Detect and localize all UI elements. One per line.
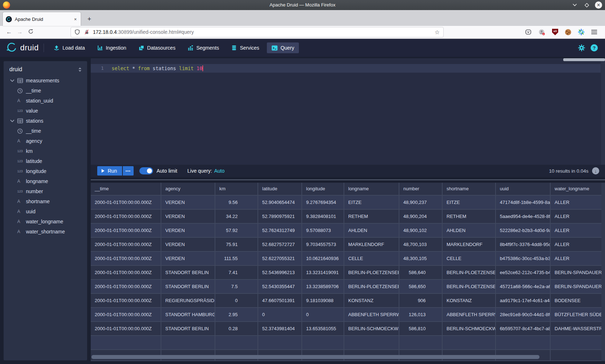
cell-km[interactable]: 75.91 <box>215 238 258 252</box>
nav-item-ingestion[interactable]: Ingestion <box>93 42 131 53</box>
column-header-uuid[interactable]: uuid <box>496 183 551 196</box>
ublock-icon[interactable]: uO <box>552 29 558 35</box>
cell-number[interactable]: 48,900,204 <box>399 210 443 224</box>
cell-km[interactable]: 7.41 <box>215 266 258 280</box>
sidebar-column-uuid[interactable]: Auuid <box>4 206 87 217</box>
sidebar-column-__time[interactable]: __time <box>4 86 87 96</box>
cookie-icon[interactable] <box>565 29 571 35</box>
cell-water_longname[interactable]: BERLIN-SPANDAUER-S <box>551 280 601 294</box>
cell-agency[interactable]: VERDEN <box>161 224 215 238</box>
cell-latitude[interactable]: 52.6827572727 <box>258 238 302 252</box>
editor-scroll-track[interactable] <box>601 61 605 165</box>
cell-longitude[interactable]: 13.3231419091 <box>302 266 344 280</box>
lock-crossed-icon[interactable] <box>84 29 89 35</box>
cell-__time[interactable]: 2000-01-01T00:00:00.000Z <box>91 210 161 224</box>
sidebar-column-agency[interactable]: Aagency <box>4 136 87 146</box>
tab-close-icon[interactable]: × <box>73 17 78 22</box>
cell-km[interactable]: 57.92 <box>215 224 258 238</box>
cell-longitude[interactable]: 9.181039088 <box>302 294 344 308</box>
cell-longname[interactable]: RETHEM <box>344 210 399 224</box>
cell-number[interactable]: 48,700,103 <box>399 238 443 252</box>
sort-icon[interactable] <box>78 67 82 72</box>
new-tab-button[interactable]: + <box>84 14 94 24</box>
cell-uuid[interactable]: 47174d8f-1b8e-4599-8a <box>496 196 551 210</box>
sidebar-table-measurements[interactable]: measurements <box>4 76 87 86</box>
cell-shortname[interactable]: BERLIN-PLOETZENSEE C <box>443 266 496 280</box>
cell-km[interactable]: 7.5 <box>215 280 258 294</box>
column-header-km[interactable]: km <box>215 183 258 196</box>
cell-longitude[interactable]: 10.0621640936 <box>302 252 344 266</box>
cell-agency[interactable]: VERDEN <box>161 196 215 210</box>
cell-latitude[interactable]: 52.7624312749 <box>258 224 302 238</box>
cell-latitude[interactable]: 52.5430355447 <box>258 280 302 294</box>
tab-apache-druid[interactable]: Apache Druid × <box>3 12 81 26</box>
sidebar-column-water_longname[interactable]: Awater_longname <box>4 217 87 227</box>
cell-longitude[interactable]: 0 <box>302 308 344 322</box>
cell-km[interactable]: 0 <box>215 294 258 308</box>
cell-latitude[interactable]: 47.6607501391 <box>258 294 302 308</box>
cell-shortname[interactable]: AHLDEN <box>443 224 496 238</box>
cell-uuid[interactable]: 28ec91e8-90c0-44d1-8f0 <box>496 308 551 322</box>
forward-icon[interactable]: → <box>14 29 25 35</box>
cell-km[interactable]: 0.28 <box>215 322 258 336</box>
cell-longname[interactable]: BERLIN-SCHMOECKWITZ <box>344 322 399 336</box>
column-header-number[interactable]: number <box>399 183 443 196</box>
cell-number[interactable]: 586,810 <box>399 322 443 336</box>
cell-longitude[interactable]: 9.7034557573 <box>302 238 344 252</box>
menu-icon[interactable] <box>591 30 597 34</box>
cell-__time[interactable]: 2000-01-01T00:00:00.000Z <box>91 252 161 266</box>
cell-uuid[interactable]: 5aaed954-de4e-4528-8f <box>496 210 551 224</box>
cell-water_longname[interactable]: BERLIN-SPANDAUER-S <box>551 266 601 280</box>
cell-water_longname[interactable]: ALLER <box>551 210 601 224</box>
cell-uuid[interactable]: aa9179c1-17ef-4c61-a48 <box>496 294 551 308</box>
cell-shortname[interactable]: BERLIN-PLOETZENSEE U <box>443 280 496 294</box>
cell-__time[interactable]: 2000-01-01T00:00:00.000Z <box>91 322 161 336</box>
query-text[interactable]: select * from stations limit 10 <box>112 64 203 73</box>
cell-agency[interactable]: STANDORT BERLIN <box>161 322 215 336</box>
cell-number[interactable]: 48,300,105 <box>399 252 443 266</box>
cell-__time[interactable]: 2000-01-01T00:00:00.000Z <box>91 224 161 238</box>
pocket-icon[interactable] <box>525 29 532 35</box>
table-vertical-scrollbar[interactable] <box>601 183 605 361</box>
sidebar-column-km[interactable]: 123km <box>4 146 87 156</box>
cell-agency[interactable]: REGIERUNGSPRÄSIDIUM <box>161 294 215 308</box>
run-button[interactable]: Run <box>97 166 122 176</box>
column-header-water_longname[interactable]: water_longname <box>551 183 601 196</box>
cell-latitude[interactable]: 52.6227055321 <box>258 252 302 266</box>
cell-agency[interactable]: STANDORT BERLIN <box>161 280 215 294</box>
cell-number[interactable]: 126,013 <box>399 308 443 322</box>
cell-shortname[interactable]: CELLE <box>443 252 496 266</box>
star-icon[interactable]: ☆ <box>435 29 440 36</box>
auto-limit-toggle[interactable] <box>139 167 153 174</box>
cell-water_longname[interactable]: ALLER <box>551 252 601 266</box>
cell-water_longname[interactable]: ALLER <box>551 224 601 238</box>
cell-agency[interactable]: STANDORT HAMBURG <box>161 308 215 322</box>
cell-longname[interactable]: CELLE <box>344 252 399 266</box>
query-editor[interactable]: 1 select * from stations limit 10 <box>91 58 605 165</box>
cell-shortname[interactable]: BERLIN-SCHMOECKWITZ <box>443 322 496 336</box>
cell-longitude[interactable]: 13.3238589706 <box>302 280 344 294</box>
gear-icon[interactable] <box>578 44 585 51</box>
cell-__time[interactable]: 2000-01-01T00:00:00.000Z <box>91 308 161 322</box>
cell-__time[interactable]: 2000-01-01T00:00:00.000Z <box>91 238 161 252</box>
cell-shortname[interactable]: RETHEM <box>443 210 496 224</box>
sidebar-column-value[interactable]: 123value <box>4 106 87 116</box>
live-query-value[interactable]: Auto <box>214 168 225 174</box>
cell-longname[interactable]: MARKLENDORF <box>344 238 399 252</box>
sidebar-column-longname[interactable]: Alongname <box>4 176 87 186</box>
cell-shortname[interactable]: KONSTANZ <box>443 294 496 308</box>
cell-water_longname[interactable]: ALLER <box>551 238 601 252</box>
back-icon[interactable]: ← <box>4 29 14 35</box>
cell-water_longname[interactable]: BODENSEE <box>551 294 601 308</box>
run-more-button[interactable]: ••• <box>123 166 134 176</box>
cell-number[interactable]: 586,650 <box>399 280 443 294</box>
cell-__time[interactable]: 2000-01-01T00:00:00.000Z <box>91 196 161 210</box>
sidebar-column-station_uuid[interactable]: Astation_uuid <box>4 96 87 106</box>
cell-uuid[interactable]: ee52ce62-212c-4735-b4 <box>496 266 551 280</box>
cell-longname[interactable]: BERLIN-PLOETZENSEE U <box>344 280 399 294</box>
cell-number[interactable]: 48,900,237 <box>399 196 443 210</box>
sidebar-column-latitude[interactable]: 123latitude <box>4 156 87 166</box>
sidebar-column-shortname[interactable]: Ashortname <box>4 196 87 206</box>
sidebar-table-stations[interactable]: stations <box>4 116 87 126</box>
sidebar-column-number[interactable]: 123number <box>4 186 87 196</box>
